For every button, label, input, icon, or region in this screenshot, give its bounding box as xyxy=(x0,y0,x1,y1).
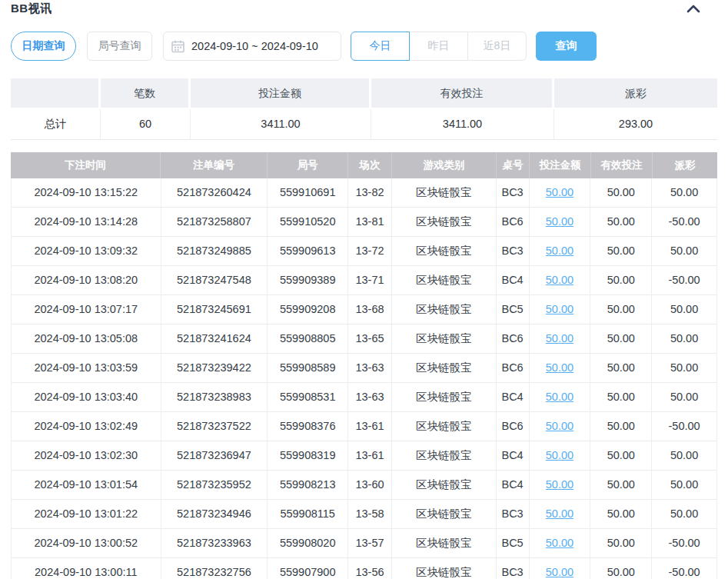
bet-amount-link[interactable]: 50.00 xyxy=(546,245,573,257)
records-body: 2024-09-10 13:15:22521873260424559910691… xyxy=(11,178,717,579)
today-button[interactable]: 今日 xyxy=(351,32,410,61)
cell-bet-amount: 50.00 xyxy=(530,266,591,295)
yesterday-button[interactable]: 昨日 xyxy=(409,32,468,61)
summary-table: 笔数 投注金额 有效投注 派彩 总计 60 3411.00 3411.00 29… xyxy=(11,78,717,140)
bet-amount-link[interactable]: 50.00 xyxy=(546,274,573,286)
cell-table-no: BC4 xyxy=(497,471,530,500)
cell-game-type: 区块链骰宝 xyxy=(392,383,497,412)
cell-payout: -50.00 xyxy=(652,266,716,295)
summary-header-bet-amount: 投注金额 xyxy=(191,78,371,108)
summary-header-blank xyxy=(11,78,101,108)
cell-table-no: BC6 xyxy=(497,354,530,383)
cell-order-id: 521873238983 xyxy=(161,383,268,412)
cell-bet-time: 2024-09-10 13:09:32 xyxy=(12,237,161,266)
cell-bet-time: 2024-09-10 13:14:28 xyxy=(12,208,161,237)
collapse-button[interactable] xyxy=(680,2,706,17)
cell-game-type: 区块链骰宝 xyxy=(392,354,497,383)
table-row: 2024-09-10 13:03:59521873239422559908589… xyxy=(12,354,716,383)
cell-payout: 50.00 xyxy=(652,471,716,500)
table-row: 2024-09-10 13:00:52521873233963559908020… xyxy=(12,529,716,558)
cell-bet-amount: 50.00 xyxy=(530,354,591,383)
cell-table-no: BC5 xyxy=(497,295,530,324)
summary-total-row: 总计 60 3411.00 3411.00 293.00 xyxy=(11,109,717,140)
calendar-icon xyxy=(171,40,184,53)
bet-amount-link[interactable]: 50.00 xyxy=(546,420,573,432)
cell-order-id: 521873241624 xyxy=(161,324,268,354)
table-row: 2024-09-10 13:05:08521873241624559908805… xyxy=(12,324,716,354)
table-row: 2024-09-10 13:03:40521873238983559908531… xyxy=(12,383,716,412)
panel-header: BB视讯 xyxy=(0,0,728,20)
cell-payout: 50.00 xyxy=(652,237,716,266)
table-row: 2024-09-10 13:14:28521873258807559910520… xyxy=(12,208,716,237)
cell-round-id: 559907900 xyxy=(268,558,348,579)
bet-amount-link[interactable]: 50.00 xyxy=(546,186,573,198)
cell-bet-amount: 50.00 xyxy=(530,500,591,529)
cell-round-id: 559909208 xyxy=(268,295,348,324)
bet-amount-link[interactable]: 50.00 xyxy=(546,391,573,403)
cell-table-no: BC4 xyxy=(497,383,530,412)
records-header-row: 下注时间 注单编号 局号 场次 游戏类别 桌号 投注金额 有效投注 派彩 xyxy=(11,152,717,178)
cell-round-id: 559908213 xyxy=(268,471,348,500)
cell-bet-time: 2024-09-10 13:15:22 xyxy=(12,178,161,208)
summary-total-valid-bet: 3411.00 xyxy=(371,109,554,139)
search-button[interactable]: 查询 xyxy=(536,32,597,61)
cell-game-type: 区块链骰宝 xyxy=(392,529,497,558)
cell-payout: -50.00 xyxy=(652,412,716,441)
bet-amount-link[interactable]: 50.00 xyxy=(546,478,573,491)
bet-amount-link[interactable]: 50.00 xyxy=(546,449,573,461)
table-row: 2024-09-10 13:07:17521873245691559909208… xyxy=(12,295,716,324)
bet-amount-link[interactable]: 50.00 xyxy=(546,507,573,520)
cell-order-id: 521873247548 xyxy=(161,266,268,295)
bet-amount-link[interactable]: 50.00 xyxy=(546,215,573,228)
cell-table-no: BC3 xyxy=(497,237,530,266)
summary-header-payout: 派彩 xyxy=(554,78,717,108)
table-row: 2024-09-10 13:00:11521873232756559907900… xyxy=(12,558,716,579)
cell-bet-amount: 50.00 xyxy=(530,208,591,237)
bet-amount-link[interactable]: 50.00 xyxy=(546,303,573,315)
cell-order-id: 521873236947 xyxy=(161,441,268,471)
cell-game-type: 区块链骰宝 xyxy=(392,237,497,266)
cell-payout: 50.00 xyxy=(652,295,716,324)
cell-game-type: 区块链骰宝 xyxy=(392,471,497,500)
round-query-tab[interactable]: 局号查询 xyxy=(87,32,152,61)
bet-amount-link[interactable]: 50.00 xyxy=(546,537,573,549)
cell-payout: 50.00 xyxy=(652,383,716,412)
cell-round-id: 559908589 xyxy=(268,354,348,383)
cell-round-id: 559908531 xyxy=(268,383,348,412)
cell-order-id: 521873239422 xyxy=(161,354,268,383)
col-header-table-no: 桌号 xyxy=(497,152,530,178)
date-range-value: 2024-09-10 ~ 2024-09-10 xyxy=(191,40,318,52)
cell-session: 13-71 xyxy=(348,266,392,295)
cell-table-no: BC6 xyxy=(497,412,530,441)
cell-bet-amount: 50.00 xyxy=(530,178,591,208)
cell-payout: -50.00 xyxy=(652,558,716,579)
table-row: 2024-09-10 13:01:22521873234946559908115… xyxy=(12,500,716,529)
cell-session: 13-57 xyxy=(348,529,392,558)
cell-valid-bet: 50.00 xyxy=(590,208,652,237)
col-header-valid-bet: 有效投注 xyxy=(591,152,653,178)
summary-total-bet-amount: 3411.00 xyxy=(191,109,371,139)
table-row: 2024-09-10 13:01:54521873235952559908213… xyxy=(12,471,716,500)
table-row: 2024-09-10 13:09:32521873249885559909613… xyxy=(12,237,716,266)
table-row: 2024-09-10 13:02:49521873237522559908376… xyxy=(12,412,716,441)
cell-bet-amount: 50.00 xyxy=(530,412,591,441)
date-range-input[interactable]: 2024-09-10 ~ 2024-09-10 xyxy=(163,32,341,61)
last-8-days-button[interactable]: 近8日 xyxy=(467,32,527,61)
cell-bet-amount: 50.00 xyxy=(530,529,591,558)
cell-table-no: BC3 xyxy=(497,178,530,208)
cell-bet-time: 2024-09-10 13:03:40 xyxy=(12,383,161,412)
table-row: 2024-09-10 13:15:22521873260424559910691… xyxy=(12,178,716,208)
bet-amount-link[interactable]: 50.00 xyxy=(546,361,573,374)
cell-valid-bet: 50.00 xyxy=(590,383,652,412)
cell-session: 13-61 xyxy=(348,412,392,441)
cell-game-type: 区块链骰宝 xyxy=(392,324,497,354)
cell-game-type: 区块链骰宝 xyxy=(392,266,497,295)
cell-session: 13-58 xyxy=(348,500,392,529)
col-header-payout: 派彩 xyxy=(653,152,717,178)
cell-valid-bet: 50.00 xyxy=(590,412,652,441)
bet-amount-link[interactable]: 50.00 xyxy=(546,566,573,578)
bet-records-panel: BB视讯 日期查询 局号查询 2024-09-10 ~ 2024-09-10 今… xyxy=(0,0,728,579)
bet-amount-link[interactable]: 50.00 xyxy=(546,332,573,344)
date-query-tab[interactable]: 日期查询 xyxy=(11,32,76,61)
cell-session: 13-81 xyxy=(348,208,392,237)
